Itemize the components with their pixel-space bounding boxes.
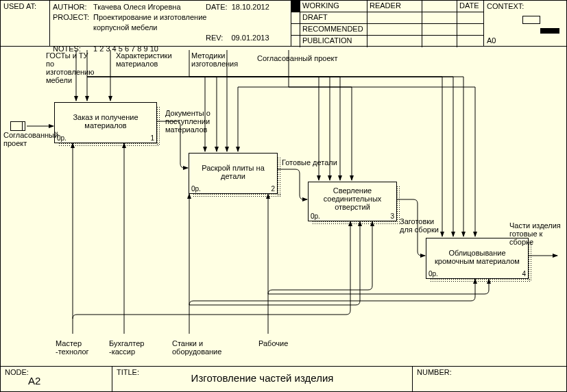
reader-label: READER	[367, 1, 422, 12]
label-out: Части изделия готовые к сборке	[509, 221, 564, 246]
node-cell: NODE: A2	[1, 367, 112, 391]
activity-3-name: Сверление соединительных отверстий	[311, 186, 394, 211]
activity-4-cost: 0р.	[429, 270, 438, 278]
label-o3: Заготовки для сборки	[400, 217, 448, 234]
number-label: NUMBER:	[417, 368, 452, 376]
label-m1: Мастер -технолог	[56, 339, 97, 356]
label-o2: Готовые детали	[282, 158, 343, 167]
diagram-canvas: Заказ и получение материалов 0р. 1 Раскр…	[1, 46, 566, 367]
activity-4-name: Облицовывание кромочным материалом	[429, 249, 525, 265]
status-cell: WORKING READER DATE DRAFT RECOMMENDED PU…	[291, 1, 484, 46]
status-draft: DRAFT	[300, 12, 367, 23]
activity-2: Раскрой плиты на детали 0р. 2	[189, 153, 278, 194]
activity-2-name: Раскрой плиты на детали	[192, 164, 274, 180]
author-value: Ткачева Олеся Игоревна	[93, 3, 180, 11]
activity-1-cost: 0р.	[57, 134, 67, 142]
date-value: 18.10.2012	[232, 3, 269, 11]
title-cell: TITLE: Изготовление частей изделия	[112, 367, 413, 391]
date-label: DATE:	[206, 3, 228, 11]
project-value: Проектирование и изготовление корпусной …	[93, 12, 224, 33]
activity-3-cost: 0р.	[311, 212, 320, 220]
label-c1: ГОСТы и ТУ по изготовлению мебели	[46, 51, 94, 84]
used-at-cell: USED AT:	[1, 1, 50, 46]
label-c3: Методики изготовления	[191, 51, 246, 68]
label-d1: Документы о поступлении материалов	[165, 109, 220, 134]
context-label: CONTEXT:	[487, 2, 524, 10]
label-m2: Бухгалтер -кассир	[109, 339, 150, 356]
context-current-icon	[540, 28, 559, 34]
activity-3-num: 3	[390, 212, 394, 220]
context-box-icon	[522, 16, 540, 24]
context-a0: A0	[487, 36, 496, 45]
label-c2: Характеристики материалов	[116, 51, 171, 68]
used-at-label: USED AT:	[3, 2, 36, 10]
activity-3: Сверление соединительных отверстий 0р. 3	[308, 182, 397, 221]
label-m3: Станки и оборудование	[172, 339, 227, 356]
status-working: WORKING	[300, 1, 367, 12]
project-label: PROJECT:	[53, 12, 91, 23]
activity-1-num: 1	[150, 134, 154, 142]
rev-label: REV:	[206, 34, 223, 42]
rev-value: 09.01.2013	[232, 34, 269, 42]
node-label: NODE:	[5, 368, 29, 376]
node-value: A2	[28, 375, 40, 387]
wires-svg	[1, 46, 566, 367]
label-input: Согласованный проект	[3, 131, 51, 147]
activity-4-num: 4	[522, 270, 526, 278]
activity-2-num: 2	[271, 185, 275, 193]
activity-1: Заказ и получение материалов 0р. 1	[54, 102, 157, 143]
idef0-header: USED AT: AUTHOR: Ткачева Олеся Игоревна …	[1, 1, 566, 47]
project-cell: AUTHOR: Ткачева Олеся Игоревна DATE: 18.…	[50, 1, 291, 46]
status-date-label: DATE	[457, 1, 483, 12]
label-c4: Согласованный проект	[257, 54, 346, 62]
tunnel-connector-icon	[10, 121, 23, 131]
title-value: Изготовление частей изделия	[112, 372, 412, 384]
idef0-footer: NODE: A2 TITLE: Изготовление частей изде…	[1, 366, 566, 391]
label-m4: Рабочие	[258, 339, 300, 347]
author-label: AUTHOR:	[53, 2, 91, 12]
context-cell: CONTEXT: A0	[484, 1, 566, 46]
activity-2-cost: 0р.	[191, 185, 201, 193]
status-recommended: RECOMMENDED	[300, 24, 367, 35]
activity-1-name: Заказ и получение материалов	[58, 113, 154, 130]
number-cell: NUMBER:	[413, 367, 566, 391]
